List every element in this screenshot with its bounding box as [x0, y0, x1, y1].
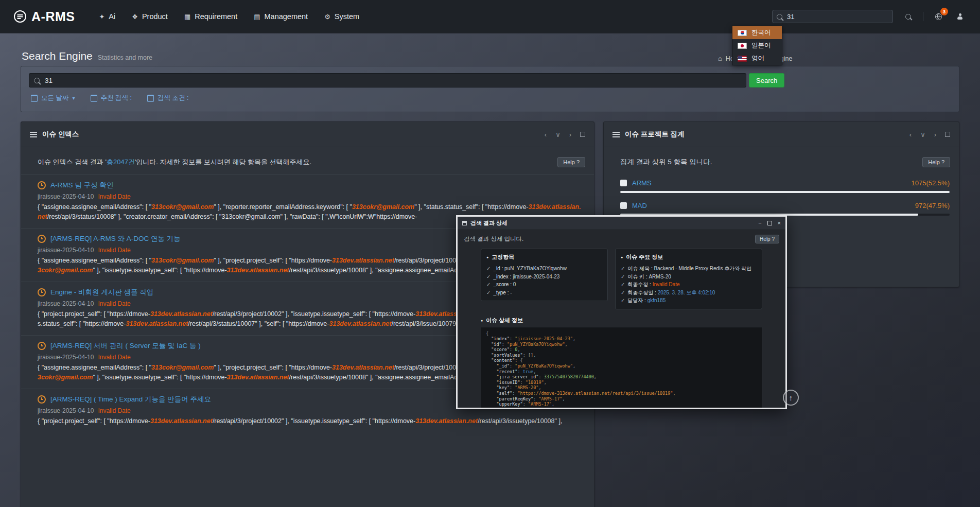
nav-item-label: Requirement [195, 12, 237, 21]
code-line: "_id": "puN_YZYBaKa7OYiqwohw", [486, 363, 757, 369]
modal-subtitle: 검색 결과 상세 입니다. [464, 235, 523, 243]
progress-bar [620, 191, 950, 193]
window-icon [462, 221, 467, 225]
user-menu-button[interactable] [953, 10, 967, 23]
detail-row: ✓_index : jiraissue-2025-04-23 [486, 273, 602, 281]
issue-title-link[interactable]: [ARMS-REQ] A-RMS 와 A-DOC 연동 기능 [50, 234, 181, 243]
detail-label: 최종수정일 : [627, 290, 657, 295]
nav-item-label: Management [265, 12, 308, 21]
help-button[interactable]: Help ? [922, 157, 950, 167]
search-highlight: 313dev.atlassian.net [329, 320, 392, 327]
main-search-input[interactable] [29, 73, 746, 88]
issue-title-link[interactable]: [ARMS-REQ] ( Time ) Expand 기능을 만들어 주세요 [50, 395, 211, 404]
chevron-down-icon[interactable]: ∨ [920, 131, 925, 138]
calendar-icon [91, 95, 97, 102]
chevron-right-icon[interactable]: › [569, 131, 571, 138]
minimize-icon[interactable]: − [758, 220, 761, 226]
flag-kr-icon [738, 30, 747, 36]
language-toggle-button[interactable]: 3 [932, 10, 945, 23]
nav-item-requirement[interactable]: ▦Requirement [178, 8, 244, 25]
chevron-left-icon[interactable]: ‹ [545, 131, 547, 138]
project-name-link[interactable]: ARMS [632, 179, 652, 187]
search-icon [905, 14, 911, 20]
project-name-link[interactable]: MAD [632, 202, 647, 209]
language-label: 일본어 [751, 41, 771, 50]
checkbox[interactable] [620, 202, 627, 209]
detail-label: _id : [493, 266, 504, 271]
detail-row: ✓담당자 : gkfn185 [621, 296, 757, 305]
user-icon [957, 13, 963, 20]
code-line: "sortValues": [], [486, 353, 757, 358]
code-line: "index": "jiraissue-2025-04-23", [486, 336, 757, 342]
detail-value: gkfn185 [647, 298, 666, 303]
checkbox[interactable] [620, 180, 627, 186]
navbar-search [772, 10, 893, 23]
help-button[interactable]: Help ? [755, 235, 779, 243]
code-line: "score": 0, [486, 347, 757, 353]
snippet-text: { "project.project_self": [ "https://dmo… [38, 417, 150, 425]
project-panel-title: 이슈 프로젝트 집계 [625, 130, 685, 139]
issue-index-label: jiraissue-2025-04-10 [38, 407, 94, 414]
detail-value: jiraissue-2025-04-23 [513, 274, 559, 279]
hamburger-icon [612, 132, 620, 137]
search-filter-2[interactable]: 검색 조건 : [147, 94, 188, 102]
detail-label: _index : [493, 274, 513, 279]
search-highlight: 313dev.atlassian.net [227, 374, 289, 381]
detail-row: ✓_id : puN_YZYBaKa7OYiqwohw [486, 265, 602, 273]
chevron-left-icon[interactable]: ‹ [909, 131, 912, 138]
maximize-icon[interactable] [767, 221, 772, 225]
project-count: 1075(52.5%) [912, 179, 950, 187]
notice-text: 이슈 인덱스 검색 결과 '총2047건'입니다. 자세한 정보를 보시려면 해… [38, 158, 311, 167]
expand-icon[interactable] [945, 132, 950, 137]
issue-title-link[interactable]: A-RMS 팀 구성 확인 [50, 181, 113, 190]
search-filter-1[interactable]: 추천 검색 : [91, 94, 132, 102]
nav-item-system[interactable]: ⚙System [318, 8, 366, 25]
code-line: "key": "ARMS-20", [486, 385, 757, 391]
modal-titlebar[interactable]: 검색 결과 상세 − × [458, 217, 785, 230]
search-result-detail-modal: 검색 결과 상세 − × 검색 결과 상세 입니다. Help ? ● 고정항목… [456, 215, 787, 409]
language-option-kr[interactable]: 한국어 [732, 26, 782, 39]
search-highlight: 313cokr@gmail.com [352, 203, 414, 211]
info-box-title-row: ● 이슈 주요 정보 [621, 253, 757, 261]
language-option-jp[interactable]: 일본어 [732, 39, 782, 52]
language-option-us[interactable]: 영어 [732, 52, 782, 65]
check-icon: ✓ [486, 282, 491, 287]
nav-item-product[interactable]: ❖Product [125, 8, 174, 25]
page-subtitle: Statistics and more [98, 54, 152, 61]
detail-value: Invalid Date [653, 282, 680, 287]
scroll-to-top-button[interactable]: ↑ [783, 390, 799, 406]
help-button[interactable]: Help ? [557, 157, 585, 167]
detail-value: puN_YZYBaKa7OYiqwohw [504, 266, 567, 271]
brand[interactable]: A-RMS [13, 9, 75, 24]
search-button[interactable] [901, 10, 915, 23]
issue-title-link[interactable]: Engine - 비회원 게시판 샘플 작업 [50, 288, 153, 297]
nav-item-ai[interactable]: ✦Ai [92, 8, 122, 25]
chevron-right-icon[interactable]: › [934, 131, 936, 138]
issue-title-link[interactable]: [ARMS-REQ] 서버 관리 ( Server 모듈 및 IaC 등 ) [50, 341, 201, 351]
nav-item-management[interactable]: ▤Management [247, 8, 314, 25]
flag-us-icon [738, 56, 747, 62]
search-highlight: 313dev.atlassian.net [150, 310, 213, 318]
detail-label: _score : [493, 282, 513, 287]
search-filter-0[interactable]: 모든 날짜▾ [31, 94, 75, 102]
close-icon[interactable]: × [778, 220, 781, 226]
snippet-text: " ], "issuetype.issuetype_self": [ "http… [93, 267, 226, 274]
chevron-down-icon[interactable]: ∨ [555, 131, 561, 138]
navbar-search-input[interactable] [772, 10, 893, 23]
fixed-fields-box: ● 고정항목 ✓_id : puN_YZYBaKa7OYiqwohw✓_inde… [481, 249, 608, 301]
search-highlight: 313dev.atlassian.net [227, 267, 289, 274]
expand-icon[interactable] [580, 132, 585, 137]
clock-icon [38, 181, 46, 189]
search-highlight: 313dev.atlassian.net [415, 417, 478, 425]
filter-label: 모든 날짜 [41, 94, 68, 102]
search-submit-button[interactable]: Search [749, 73, 784, 88]
clock-icon [38, 395, 46, 404]
issue-meta: jiraissue-2025-04-10Invalid Date [38, 193, 585, 200]
search-highlight: 313dev.atlassian.net [150, 417, 213, 425]
search-icon [34, 78, 40, 83]
brand-logo-icon [13, 10, 27, 23]
page-header: Search Engine Statistics and more [22, 50, 152, 62]
code-line: "content": { [486, 358, 757, 363]
search-filters: 모든 날짜▾추천 검색 :검색 조건 : [29, 94, 951, 102]
top-navbar: A-RMS ✦Ai❖Product▦Requirement▤Management… [0, 0, 980, 33]
